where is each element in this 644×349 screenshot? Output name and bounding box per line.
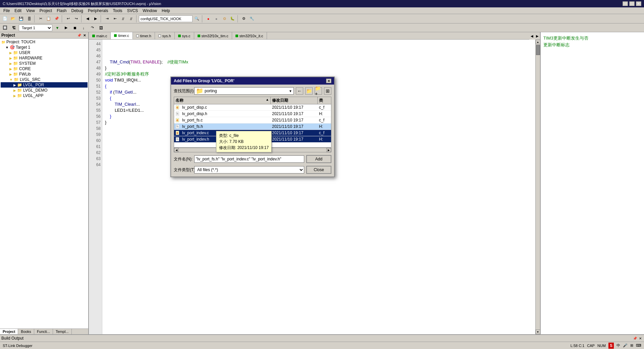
build-button[interactable]: ⊙: [221, 15, 228, 22]
copy-button[interactable]: 📋: [45, 15, 52, 22]
tab-timerh[interactable]: timer.h: [133, 32, 155, 39]
step-button[interactable]: ↓: [80, 24, 87, 32]
run-button[interactable]: ●: [205, 15, 212, 22]
menu-debug[interactable]: Debug: [69, 8, 85, 14]
tab-mainc[interactable]: main.c: [89, 32, 111, 39]
file-row-5[interactable]: c lv_port_indev.c 2021/11/10 19:17 c_f: [174, 130, 331, 136]
hscroll-right[interactable]: ▶: [326, 148, 331, 152]
sidebar-tab-functi[interactable]: Functi...: [34, 329, 53, 334]
tabs-scroll-right[interactable]: ▶: [535, 32, 540, 40]
menu-file[interactable]: File: [1, 8, 12, 14]
tree-hardware[interactable]: ▶ 📁 HARDWARE: [1, 55, 88, 61]
filetype-select[interactable]: All files (*.*): [194, 166, 304, 173]
tab-timerc[interactable]: timer.c: [111, 32, 132, 39]
dialog-close-button[interactable]: ✕: [326, 79, 331, 83]
more-button[interactable]: 🔧: [248, 15, 256, 22]
filename-input[interactable]: [194, 155, 304, 163]
sidebar-tab-templ[interactable]: Templ...: [53, 329, 72, 334]
paste-button[interactable]: 📌: [53, 15, 60, 22]
stop-button[interactable]: ●: [213, 15, 220, 22]
target-options-button[interactable]: 🔲: [1, 24, 9, 32]
proj-btn2[interactable]: 🏗: [10, 24, 17, 32]
file-row-4[interactable]: h lv_port_fs.h 2021/11/10 19:17 H:: [174, 123, 331, 130]
menu-peripherals[interactable]: Peripherals: [86, 8, 110, 14]
new-file-button[interactable]: 📄: [1, 15, 9, 22]
lookin-dropdown-icon: ▼: [289, 89, 292, 93]
tabs-scroll-left[interactable]: ◀: [529, 32, 535, 40]
file-row-1[interactable]: c lv_port_disp.c 2021/11/10 19:17 c_f: [174, 104, 331, 111]
tree-target1[interactable]: ▼ 🎯 Target 1: [1, 45, 88, 50]
menu-window[interactable]: Window: [141, 8, 159, 14]
tree-project-root[interactable]: 📁 Project: TOUCH: [1, 39, 88, 45]
close-button[interactable]: ✕: [636, 1, 641, 6]
sidebar-tab-project[interactable]: Project: [0, 329, 18, 334]
tree-lvglpor[interactable]: ▶ 📁 LVGL_POR: [1, 82, 88, 88]
sidebar-tab-books[interactable]: Books: [18, 329, 34, 334]
tree-lvglsrc[interactable]: ▼ 📁 LVGL_SRC: [1, 77, 88, 82]
nav-fwd-button[interactable]: ▶: [92, 15, 99, 22]
h-scrollbar[interactable]: ◀ ▶: [174, 148, 331, 152]
img-button[interactable]: 🖼: [97, 24, 105, 32]
status-mic: 🎤: [623, 343, 628, 348]
scroll-thumb[interactable]: [536, 45, 540, 55]
debug-button[interactable]: 🐛: [229, 15, 236, 22]
hscroll-left[interactable]: ◀: [174, 148, 179, 152]
file-row-2[interactable]: h lv_port_disp.h 2021/11/10 19:17 H:: [174, 111, 331, 117]
tab-sysh[interactable]: sys.h: [155, 32, 175, 39]
add-button[interactable]: Add: [306, 155, 331, 163]
comment-button[interactable]: //: [119, 15, 127, 22]
maximize-button[interactable]: □: [629, 1, 635, 6]
nav-view-btn[interactable]: ⊞: [324, 87, 331, 95]
outdent-button[interactable]: ⇤: [111, 15, 119, 22]
undo-button[interactable]: ↩: [64, 15, 72, 22]
lvglapp-folder-icon: 📁: [17, 93, 22, 98]
tab-stm32it[interactable]: stm32f10x_it.c: [232, 32, 267, 39]
menu-svcs[interactable]: SVCS: [125, 8, 140, 14]
tree-core[interactable]: ▶ 📁 CORE: [1, 66, 88, 71]
tree-lvgldemo[interactable]: ▶ 📁 LVGL_DEMO: [1, 88, 88, 93]
options-button[interactable]: ⚙: [240, 15, 248, 22]
build-pin-button[interactable]: 📌: [633, 336, 637, 341]
close-dialog-button[interactable]: Close: [306, 166, 331, 174]
target-select[interactable]: Target 1: [19, 24, 52, 31]
minimize-button[interactable]: —: [623, 1, 628, 6]
tab-sysc[interactable]: sys.c: [175, 32, 194, 39]
file-icon-1: c: [174, 105, 181, 110]
sidebar-pin-button[interactable]: 📌: [77, 33, 82, 38]
step-over-button[interactable]: ↷: [89, 24, 96, 32]
menu-help[interactable]: Help: [160, 8, 172, 14]
tree-system[interactable]: ▶ 📁 SYSTEM: [1, 61, 88, 66]
redo-button[interactable]: ↪: [72, 15, 80, 22]
tree-lvglapp[interactable]: ▶ 📁 LVGL_APP: [1, 93, 88, 98]
menu-edit[interactable]: Edit: [12, 8, 23, 14]
open-button[interactable]: 📂: [9, 15, 17, 22]
nav-back-btn[interactable]: ←: [296, 87, 303, 95]
scroll-down-arrow[interactable]: ▼: [536, 330, 540, 334]
indent-button[interactable]: ⇥: [103, 15, 111, 22]
file-row-3[interactable]: c lv_port_fs.c 2021/11/10 19:17 c_f: [174, 117, 331, 123]
save-all-button[interactable]: 🗄: [25, 15, 33, 22]
run2-button[interactable]: ▶: [62, 24, 70, 32]
download-button[interactable]: ▼: [54, 24, 61, 32]
sogou-icon: S: [608, 343, 614, 349]
tree-fwlib[interactable]: ▶ 📁 FWLib: [1, 71, 88, 77]
tab-stm32tim[interactable]: stm32f10x_tim.c: [194, 32, 232, 39]
tree-user[interactable]: ▶ 📁 USER: [1, 50, 88, 55]
scroll-up-arrow[interactable]: ▲: [536, 40, 540, 44]
stop2-button[interactable]: ⏹: [71, 24, 78, 32]
save-button[interactable]: 💾: [17, 15, 25, 22]
editor-vscroll[interactable]: ▲ ▼: [535, 40, 540, 334]
sidebar-close-button[interactable]: ✕: [82, 33, 87, 38]
nav-newfolder-btn[interactable]: 📁+: [315, 87, 322, 95]
menu-view[interactable]: View: [24, 8, 37, 14]
search-button[interactable]: 🔍: [193, 15, 201, 22]
uncomment-button[interactable]: //: [127, 15, 135, 22]
nav-back-button[interactable]: ◀: [84, 15, 91, 22]
file-row-6[interactable]: h lv_port_indev.h 2021/11/10 19:17 H:: [174, 136, 331, 143]
nav-up-btn[interactable]: 📁: [305, 87, 313, 95]
menu-project[interactable]: Project: [38, 8, 54, 14]
menu-tools[interactable]: Tools: [111, 8, 124, 14]
build-close-button[interactable]: ✕: [638, 336, 643, 341]
cut-button[interactable]: ✂: [37, 15, 44, 22]
menu-flash[interactable]: Flash: [55, 8, 68, 14]
